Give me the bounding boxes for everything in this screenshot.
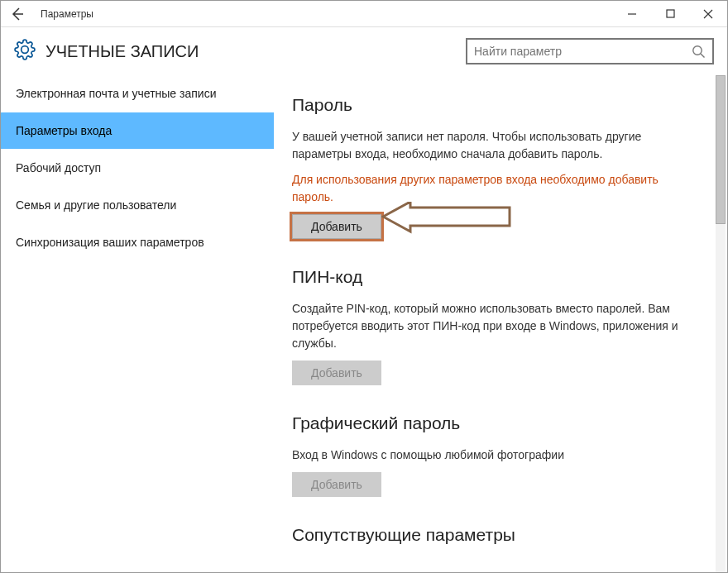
- minimize-button[interactable]: [613, 1, 651, 26]
- password-desc: У вашей учетной записи нет пароля. Чтобы…: [292, 128, 681, 163]
- sidebar-item-work-access[interactable]: Рабочий доступ: [1, 150, 274, 187]
- main-content: Пароль У вашей учетной записи нет пароля…: [274, 75, 727, 573]
- section-title-related: Сопутствующие параметры: [292, 525, 709, 545]
- picture-desc: Вход в Windows с помощью любимой фотогра…: [292, 446, 681, 464]
- search-field[interactable]: [474, 45, 692, 58]
- svg-point-1: [693, 45, 702, 54]
- minimize-icon: [627, 9, 637, 19]
- close-button[interactable]: [689, 1, 727, 26]
- sidebar-item-email-accounts[interactable]: Электронная почта и учетные записи: [1, 75, 274, 112]
- add-pin-button[interactable]: Добавить: [292, 361, 381, 385]
- window-title: Параметры: [41, 8, 613, 20]
- add-password-button[interactable]: Добавить: [292, 214, 381, 239]
- page-title: УЧЕТНЫЕ ЗАПИСИ: [46, 42, 466, 61]
- sidebar-item-label: Семья и другие пользователи: [16, 198, 176, 212]
- add-picture-password-button[interactable]: Добавить: [292, 472, 381, 497]
- header: УЧЕТНЫЕ ЗАПИСИ: [1, 27, 727, 75]
- search-icon: [692, 45, 706, 59]
- section-title-picture: Графический пароль: [292, 413, 709, 433]
- password-warning: Для использования других параметров вход…: [292, 171, 681, 206]
- back-button[interactable]: [1, 1, 34, 26]
- sidebar-item-label: Синхронизация ваших параметров: [16, 236, 204, 249]
- pin-desc: Создайте PIN-код, который можно использо…: [292, 300, 681, 352]
- sidebar-item-sync[interactable]: Синхронизация ваших параметров: [1, 224, 274, 261]
- pin-section: ПИН-код Создайте PIN-код, который можно …: [292, 267, 709, 385]
- search-input[interactable]: [466, 38, 714, 64]
- sidebar: Электронная почта и учетные записи Парам…: [1, 75, 274, 573]
- sidebar-item-label: Рабочий доступ: [16, 161, 101, 174]
- close-icon: [703, 9, 713, 19]
- gear-icon: [14, 39, 36, 64]
- picture-password-section: Графический пароль Вход в Windows с помо…: [292, 413, 709, 497]
- arrow-left-icon: [11, 7, 24, 21]
- section-title-pin: ПИН-код: [292, 267, 709, 287]
- related-section: Сопутствующие параметры: [292, 525, 709, 545]
- sidebar-item-signin-options[interactable]: Параметры входа: [1, 112, 274, 150]
- window-controls: [613, 1, 727, 26]
- sidebar-item-label: Параметры входа: [16, 124, 112, 137]
- svg-rect-0: [667, 10, 674, 17]
- sidebar-item-family[interactable]: Семья и другие пользователи: [1, 187, 274, 224]
- scrollbar-thumb[interactable]: [716, 75, 726, 224]
- maximize-icon: [666, 9, 675, 18]
- password-section: Пароль У вашей учетной записи нет пароля…: [292, 95, 709, 239]
- maximize-button[interactable]: [651, 1, 689, 26]
- section-title-password: Пароль: [292, 95, 709, 115]
- sidebar-item-label: Электронная почта и учетные записи: [16, 87, 216, 100]
- title-bar: Параметры: [1, 1, 727, 27]
